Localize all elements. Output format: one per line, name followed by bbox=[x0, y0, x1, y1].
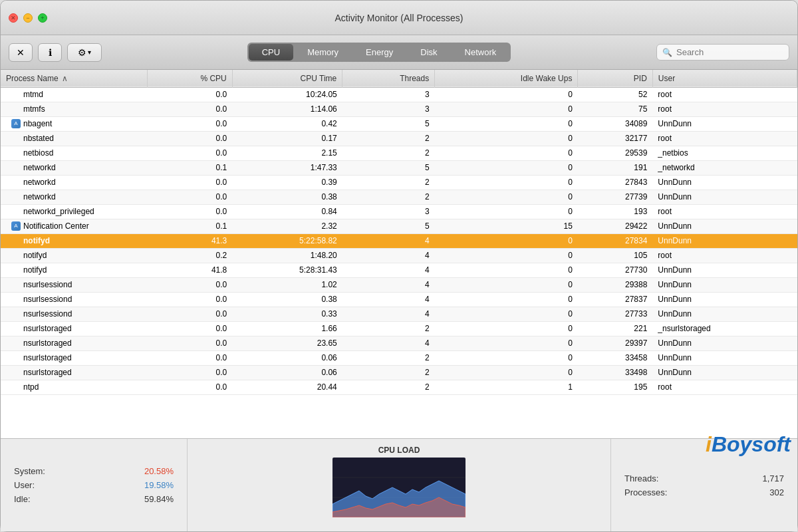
process-name-text: mtmd bbox=[23, 90, 43, 99]
cell-user: UnnDunn bbox=[652, 190, 797, 204]
cell-user: UnnDunn bbox=[652, 116, 797, 131]
info-button[interactable]: ℹ bbox=[38, 43, 62, 62]
gear-icon: ⚙ bbox=[78, 47, 86, 58]
table-row[interactable]: nsurlstoraged0.00.062033458UnnDunn bbox=[1, 350, 797, 365]
cell-threads: 4 bbox=[342, 233, 435, 248]
table-row[interactable]: nbstated0.00.172032177root bbox=[1, 131, 797, 146]
user-label: User: bbox=[14, 480, 35, 490]
table-row[interactable]: ANotification Center0.12.3251529422UnnDu… bbox=[1, 219, 797, 233]
stats-right: Threads: 1,717 Processes: 302 iBoysoft bbox=[611, 439, 797, 531]
cell-process-name: nsurlsessiond bbox=[1, 307, 147, 321]
table-row[interactable]: nsurlsessiond0.00.384027837UnnDunn bbox=[1, 292, 797, 307]
cell-idle-wake: 0 bbox=[435, 233, 578, 248]
cell-process-name: notifyd bbox=[1, 233, 147, 248]
table-row[interactable]: nsurlstoraged0.01.6620221_nsurlstoraged bbox=[1, 321, 797, 336]
col-header-process-name[interactable]: Process Name ∧ bbox=[1, 70, 147, 87]
cell-process-name: nsurlstoraged bbox=[1, 350, 147, 365]
cell-cpu-time: 23.65 bbox=[232, 336, 342, 350]
cell-threads: 2 bbox=[342, 350, 435, 365]
bottom-panel: System: 20.58% User: 19.58% Idle: 59.84%… bbox=[1, 438, 797, 531]
system-stat-row: System: 20.58% bbox=[14, 466, 174, 476]
info-icon: ℹ bbox=[49, 47, 52, 58]
tab-disk[interactable]: Disk bbox=[407, 44, 450, 61]
col-header-pid[interactable]: PID bbox=[578, 70, 652, 87]
cell-user: root bbox=[652, 380, 797, 394]
table-row[interactable]: Anbagent0.00.425034089UnnDunn bbox=[1, 116, 797, 131]
table-row[interactable]: notifyd41.85:28:31.434027730UnnDunn bbox=[1, 263, 797, 277]
cell-cpu-time: 0.38 bbox=[232, 292, 342, 307]
cell-idle-wake: 0 bbox=[435, 263, 578, 277]
table-row[interactable]: networkd0.00.382027739UnnDunn bbox=[1, 190, 797, 204]
cell-pid: 29397 bbox=[578, 336, 652, 350]
threads-label: Threads: bbox=[624, 473, 658, 483]
cell-idle-wake: 0 bbox=[435, 321, 578, 336]
table-row[interactable]: networkd_privileged0.00.8430193root bbox=[1, 204, 797, 219]
cell-pid: 29422 bbox=[578, 219, 652, 233]
tab-network[interactable]: Network bbox=[452, 44, 510, 61]
col-header-cpu-time[interactable]: CPU Time bbox=[232, 70, 342, 87]
table-row[interactable]: networkd0.00.392027843UnnDunn bbox=[1, 175, 797, 190]
processes-label: Processes: bbox=[624, 487, 667, 497]
col-header-user[interactable]: User bbox=[652, 70, 797, 87]
cell-pid: 27834 bbox=[578, 233, 652, 248]
cell-cpu-pct: 0.1 bbox=[147, 160, 232, 175]
cell-cpu-pct: 0.0 bbox=[147, 87, 232, 102]
cell-threads: 3 bbox=[342, 204, 435, 219]
table-row[interactable]: nsurlsessiond0.00.334027733UnnDunn bbox=[1, 307, 797, 321]
cell-cpu-time: 0.17 bbox=[232, 131, 342, 146]
maximize-button[interactable]: + bbox=[38, 13, 47, 23]
cell-threads: 4 bbox=[342, 277, 435, 292]
cell-threads: 4 bbox=[342, 248, 435, 263]
cell-user: UnnDunn bbox=[652, 292, 797, 307]
cell-threads: 4 bbox=[342, 263, 435, 277]
process-name-text: networkd bbox=[23, 163, 56, 172]
cell-user: _netbios bbox=[652, 146, 797, 160]
cell-user: root bbox=[652, 102, 797, 116]
table-row[interactable]: ntpd0.020.4421195root bbox=[1, 380, 797, 394]
cell-pid: 29388 bbox=[578, 277, 652, 292]
stop-icon: ✕ bbox=[17, 47, 25, 58]
table-row[interactable]: nsurlstoraged0.023.654029397UnnDunn bbox=[1, 336, 797, 350]
col-header-idle-wake-ups[interactable]: Idle Wake Ups bbox=[435, 70, 578, 87]
close-button[interactable]: ✕ bbox=[9, 13, 18, 23]
col-header-cpu-pct[interactable]: % CPU bbox=[147, 70, 232, 87]
cpu-load-title: CPU LOAD bbox=[378, 446, 420, 455]
col-header-threads[interactable]: Threads bbox=[342, 70, 435, 87]
cell-idle-wake: 0 bbox=[435, 102, 578, 116]
table-row[interactable]: mtmd0.010:24.053052root bbox=[1, 87, 797, 102]
stop-button[interactable]: ✕ bbox=[9, 43, 33, 62]
tab-cpu[interactable]: CPU bbox=[249, 44, 293, 61]
gear-button[interactable]: ⚙ ▾ bbox=[67, 43, 102, 62]
cell-idle-wake: 0 bbox=[435, 204, 578, 219]
search-box[interactable]: 🔍 bbox=[656, 44, 789, 61]
cell-process-name: Anbagent bbox=[1, 116, 147, 131]
cell-user: UnnDunn bbox=[652, 233, 797, 248]
cell-idle-wake: 0 bbox=[435, 146, 578, 160]
cell-process-name: netbiosd bbox=[1, 146, 147, 160]
cell-process-name: nsurlsessiond bbox=[1, 277, 147, 292]
minimize-button[interactable]: − bbox=[23, 13, 33, 23]
process-name-text: Notification Center bbox=[23, 221, 89, 231]
cell-process-name: nbstated bbox=[1, 131, 147, 146]
search-input[interactable] bbox=[676, 47, 783, 57]
table-row[interactable]: nsurlstoraged0.00.062033498UnnDunn bbox=[1, 365, 797, 380]
table-row[interactable]: mtmfs0.01:14.063075root bbox=[1, 102, 797, 116]
cell-threads: 5 bbox=[342, 116, 435, 131]
toolbar-left: ✕ ℹ ⚙ ▾ bbox=[9, 43, 102, 62]
cell-cpu-pct: 0.0 bbox=[147, 175, 232, 190]
system-label: System: bbox=[14, 466, 45, 476]
cell-idle-wake: 15 bbox=[435, 219, 578, 233]
table-row[interactable]: nsurlsessiond0.01.024029388UnnDunn bbox=[1, 277, 797, 292]
table-row[interactable]: notifyd41.35:22:58.824027834UnnDunn bbox=[1, 233, 797, 248]
cell-process-name: ANotification Center bbox=[1, 219, 147, 233]
cell-user: UnnDunn bbox=[652, 219, 797, 233]
cell-user: UnnDunn bbox=[652, 350, 797, 365]
cell-cpu-time: 1:48.20 bbox=[232, 248, 342, 263]
table-row[interactable]: netbiosd0.02.152029539_netbios bbox=[1, 146, 797, 160]
table-row[interactable]: networkd0.11:47.3350191_networkd bbox=[1, 160, 797, 175]
cell-cpu-time: 5:22:58.82 bbox=[232, 233, 342, 248]
cell-pid: 33498 bbox=[578, 365, 652, 380]
tab-memory[interactable]: Memory bbox=[294, 44, 352, 61]
tab-energy[interactable]: Energy bbox=[352, 44, 406, 61]
table-row[interactable]: notifyd0.21:48.2040105root bbox=[1, 248, 797, 263]
